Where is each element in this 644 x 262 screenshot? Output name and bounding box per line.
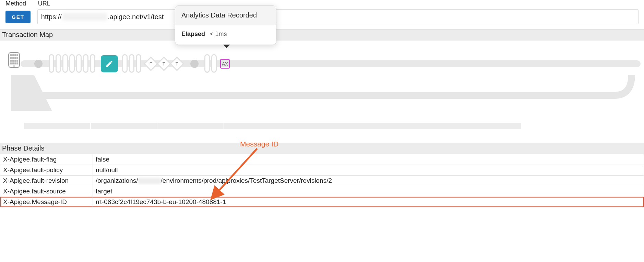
url-prefix: https:// bbox=[41, 13, 62, 21]
detail-key: X-Apigee.fault-source bbox=[0, 186, 93, 197]
tooltip-elapsed-value: < 1ms bbox=[210, 31, 227, 38]
transaction-map-header: Transaction Map bbox=[0, 29, 644, 40]
condition-t-2[interactable]: T bbox=[170, 57, 184, 71]
detail-key: X-Apigee.fault-revision bbox=[0, 176, 93, 186]
detail-value: /organizations//environments/prod/apipro… bbox=[93, 176, 644, 186]
flow-pills-1[interactable] bbox=[49, 54, 95, 73]
table-row: X-Apigee.fault-revision /organizations//… bbox=[0, 176, 644, 186]
tooltip-analytics: Analytics Data Recorded Elapsed < 1ms bbox=[175, 5, 276, 45]
tooltip-title: Analytics Data Recorded bbox=[175, 6, 276, 25]
detail-value: false bbox=[93, 154, 644, 165]
phase-details-header: Phase Details bbox=[0, 143, 644, 154]
detail-value: null/null bbox=[93, 165, 644, 176]
condition-f[interactable]: F bbox=[144, 57, 158, 71]
redacted-org bbox=[138, 178, 161, 184]
table-row: X-Apigee.fault-source target bbox=[0, 186, 644, 197]
table-row: X-Apigee.fault-flag false bbox=[0, 154, 644, 165]
segment-bars bbox=[24, 123, 521, 129]
detail-value: target bbox=[93, 186, 644, 197]
policy-edit-icon[interactable] bbox=[101, 55, 118, 72]
method-label: Method bbox=[5, 0, 36, 7]
flow-circle-2[interactable] bbox=[190, 60, 199, 68]
condition-t-1[interactable]: T bbox=[157, 57, 171, 71]
url-input[interactable]: https:// .apigee.net/v1/test bbox=[37, 9, 639, 24]
method-button[interactable]: GET bbox=[5, 11, 31, 23]
flow-pills-2[interactable] bbox=[122, 54, 141, 73]
pencil-icon bbox=[105, 60, 114, 68]
detail-key: X-Apigee.fault-policy bbox=[0, 165, 93, 176]
annotation-message-id-label: Message ID bbox=[240, 140, 278, 148]
transaction-map: Analytics Data Recorded Elapsed < 1ms F … bbox=[0, 40, 644, 123]
table-row: X-Apigee.fault-policy null/null bbox=[0, 165, 644, 176]
return-arrow-icon bbox=[11, 75, 635, 119]
client-device-icon[interactable] bbox=[8, 52, 20, 68]
flow-circle-1[interactable] bbox=[34, 60, 43, 68]
tooltip-elapsed-label: Elapsed bbox=[181, 31, 205, 38]
url-label: URL bbox=[38, 0, 50, 7]
url-redacted bbox=[62, 13, 107, 21]
detail-key: X-Apigee.Message-ID bbox=[0, 197, 93, 207]
detail-key: X-Apigee.fault-flag bbox=[0, 154, 93, 165]
analytics-ax-node[interactable]: AX bbox=[220, 59, 230, 69]
flow-pills-3[interactable] bbox=[204, 54, 217, 73]
phase-details-table: X-Apigee.fault-flag false X-Apigee.fault… bbox=[0, 154, 644, 207]
url-suffix: .apigee.net/v1/test bbox=[108, 13, 164, 21]
table-row-highlighted: X-Apigee.Message-ID rrt-083cf2c4f19ec743… bbox=[0, 197, 644, 207]
detail-value: rrt-083cf2c4f19ec743b-b-eu-10200-480881-… bbox=[93, 197, 644, 207]
